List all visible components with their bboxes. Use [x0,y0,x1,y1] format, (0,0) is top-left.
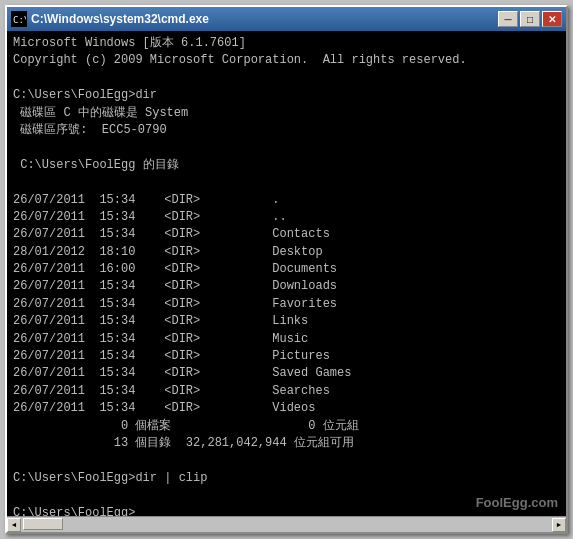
svg-text:C:\: C:\ [13,15,26,25]
console-area[interactable]: Microsoft Windows [版本 6.1.7601] Copyrigh… [7,31,566,516]
horizontal-scrollbar-thumb[interactable] [23,518,63,530]
cmd-icon: C:\ [11,11,27,27]
minimize-button[interactable]: ─ [498,11,518,27]
titlebar: C:\ C:\Windows\system32\cmd.exe ─ □ ✕ [7,7,566,31]
titlebar-left: C:\ C:\Windows\system32\cmd.exe [11,11,209,27]
maximize-button[interactable]: □ [520,11,540,27]
scroll-right-button[interactable]: ► [552,518,566,532]
window-title: C:\Windows\system32\cmd.exe [31,12,209,26]
console-output: Microsoft Windows [版本 6.1.7601] Copyrigh… [13,35,560,516]
watermark: FoolEgg.com [476,495,558,510]
close-button[interactable]: ✕ [542,11,562,27]
cmd-window: C:\ C:\Windows\system32\cmd.exe ─ □ ✕ Mi… [5,5,568,534]
bottom-scrollbar[interactable]: ◄ ► [7,516,566,532]
titlebar-buttons: ─ □ ✕ [498,11,562,27]
horizontal-scrollbar-track[interactable] [21,518,552,532]
scroll-left-button[interactable]: ◄ [7,518,21,532]
